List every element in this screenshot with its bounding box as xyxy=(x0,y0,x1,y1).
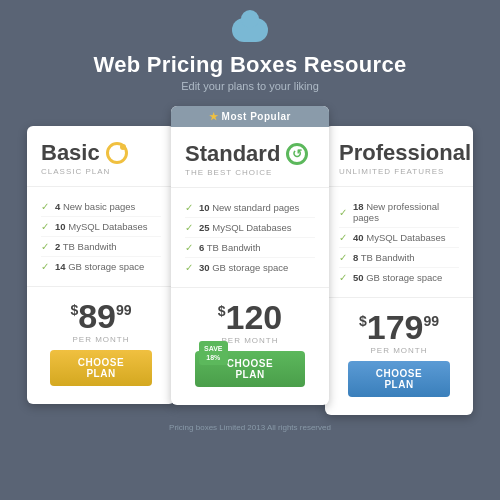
price-dollar: $ xyxy=(70,303,78,317)
feature-text: 14 GB storage space xyxy=(55,261,144,272)
features-list-basic: ✓ 4 New basic pages ✓ 10 MySQL Databases… xyxy=(27,187,175,286)
check-icon: ✓ xyxy=(339,252,347,263)
plan-card-professional: Professional UNLIMITED FEATURES ✓ 18 New… xyxy=(325,126,473,415)
feature-text: 2 TB Bandwith xyxy=(55,241,117,252)
features-list-professional: ✓ 18 New professional pages ✓ 40 MySQL D… xyxy=(325,187,473,297)
per-month-label: PER MONTH xyxy=(339,346,459,355)
feature-text: 25 MySQL Databases xyxy=(199,222,292,233)
price-dollar: $ xyxy=(359,314,367,328)
save-badge: SAVE18% xyxy=(199,341,228,365)
price-basic: $ 89 99 xyxy=(41,299,161,333)
cloud-icon xyxy=(232,18,268,42)
price-dollar: $ xyxy=(218,304,226,318)
page-header: Web Pricing Boxes Resource Edit your pla… xyxy=(93,0,406,106)
check-icon: ✓ xyxy=(41,221,49,232)
plan-name-standard: Standard xyxy=(185,141,315,167)
plan-card-basic: Basic CLASSIC PLAN ✓ 4 New basic pages ✓… xyxy=(27,126,175,404)
feature-item: ✓ 30 GB storage space xyxy=(185,258,315,277)
feature-text: 50 GB storage space xyxy=(353,272,442,283)
feature-item: ✓ 50 GB storage space xyxy=(339,268,459,287)
plan-icon-basic xyxy=(106,142,128,164)
check-icon: ✓ xyxy=(185,262,193,273)
per-month-label: PER MONTH xyxy=(41,335,161,344)
check-icon: ✓ xyxy=(185,202,193,213)
feature-item: ✓ 6 TB Bandwith xyxy=(185,238,315,258)
check-icon: ✓ xyxy=(185,222,193,233)
feature-text: 4 New basic pages xyxy=(55,201,135,212)
plan-card-standard: ★Most Popular Standard THE BEST CHOICE ✓… xyxy=(171,106,329,405)
feature-item: ✓ 2 TB Bandwith xyxy=(41,237,161,257)
check-icon: ✓ xyxy=(41,201,49,212)
plan-header-standard: Standard THE BEST CHOICE xyxy=(171,127,329,188)
plan-name-professional: Professional xyxy=(339,140,459,166)
plan-header-professional: Professional UNLIMITED FEATURES xyxy=(325,126,473,187)
price-section-professional: $ 179 99 PER MONTH Choose Plan xyxy=(325,297,473,415)
feature-item: ✓ 8 TB Bandwith xyxy=(339,248,459,268)
plans-container: Basic CLASSIC PLAN ✓ 4 New basic pages ✓… xyxy=(0,106,500,415)
choose-plan-button-professional[interactable]: Choose Plan xyxy=(348,361,450,397)
price-standard: $ 120 xyxy=(185,300,315,334)
check-icon: ✓ xyxy=(185,242,193,253)
price-section-standard: $ 120 PER MONTH Choose Plan SAVE18% xyxy=(171,287,329,405)
feature-item: ✓ 10 New standard pages xyxy=(185,198,315,218)
feature-item: ✓ 14 GB storage space xyxy=(41,257,161,276)
check-icon: ✓ xyxy=(339,272,347,283)
price-section-basic: $ 89 99 PER MONTH Choose Plan xyxy=(27,286,175,404)
feature-item: ✓ 18 New professional pages xyxy=(339,197,459,228)
price-cents: 99 xyxy=(423,314,439,328)
plan-name-basic: Basic xyxy=(41,140,161,166)
feature-item: ✓ 40 MySQL Databases xyxy=(339,228,459,248)
check-icon: ✓ xyxy=(339,207,347,218)
check-icon: ✓ xyxy=(41,261,49,272)
feature-item: ✓ 4 New basic pages xyxy=(41,197,161,217)
feature-text: 30 GB storage space xyxy=(199,262,288,273)
feature-text: 18 New professional pages xyxy=(353,201,459,223)
most-popular-banner: ★Most Popular xyxy=(171,106,329,127)
page-subtitle: Edit your plans to your liking xyxy=(93,80,406,92)
feature-item: ✓ 10 MySQL Databases xyxy=(41,217,161,237)
choose-plan-button-basic[interactable]: Choose Plan xyxy=(50,350,152,386)
features-list-standard: ✓ 10 New standard pages ✓ 25 MySQL Datab… xyxy=(171,188,329,287)
feature-text: 10 MySQL Databases xyxy=(55,221,148,232)
check-icon: ✓ xyxy=(41,241,49,252)
feature-text: 10 New standard pages xyxy=(199,202,299,213)
page-title: Web Pricing Boxes Resource xyxy=(93,52,406,78)
price-amount: 89 xyxy=(78,299,116,333)
feature-item: ✓ 25 MySQL Databases xyxy=(185,218,315,238)
feature-text: 8 TB Bandwith xyxy=(353,252,415,263)
feature-text: 6 TB Bandwith xyxy=(199,242,261,253)
price-professional: $ 179 99 xyxy=(339,310,459,344)
plan-icon-standard xyxy=(286,143,308,165)
price-amount: 179 xyxy=(367,310,424,344)
plan-subtitle-basic: CLASSIC PLAN xyxy=(41,167,161,176)
plan-subtitle-standard: THE BEST CHOICE xyxy=(185,168,315,177)
footer-text: Pricing boxes Limited 2013 All rights re… xyxy=(169,423,331,432)
plan-subtitle-professional: UNLIMITED FEATURES xyxy=(339,167,459,176)
plan-header-basic: Basic CLASSIC PLAN xyxy=(27,126,175,187)
check-icon: ✓ xyxy=(339,232,347,243)
price-amount: 120 xyxy=(226,300,283,334)
price-cents: 99 xyxy=(116,303,132,317)
feature-text: 40 MySQL Databases xyxy=(353,232,446,243)
